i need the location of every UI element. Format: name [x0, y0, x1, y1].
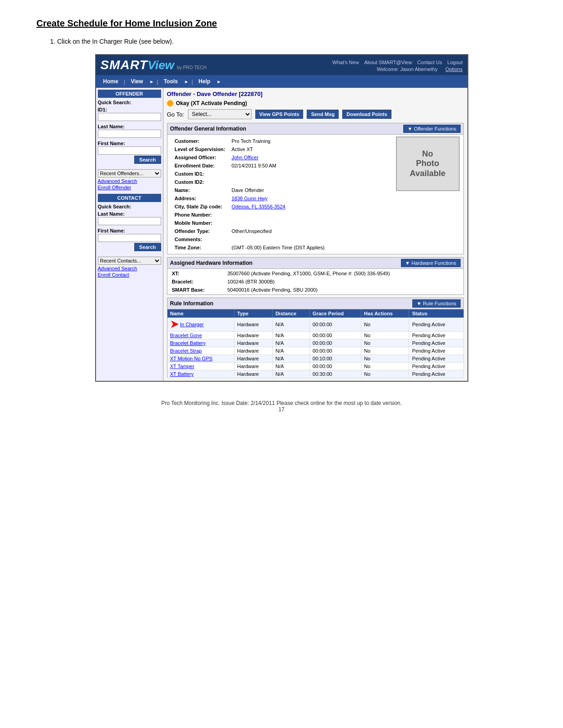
nav-home[interactable]: Home	[99, 76, 123, 86]
id1-input[interactable]	[98, 113, 161, 121]
logo-protech: by PRO TECH	[177, 65, 207, 70]
address-link[interactable]: 1838 Gunn Hwy	[232, 196, 268, 201]
table-row: City, State Zip code: Odessa, FL 33556-3…	[172, 203, 391, 210]
hw-value: 35007660 (Activate Pending, XT1000, GSM-…	[224, 270, 462, 277]
rule-status: Pending Active	[409, 347, 463, 355]
col-grace-period: Grace Period	[309, 309, 361, 318]
info-label: Offender Type:	[172, 228, 228, 235]
photo-area: NoPhotoAvailable	[396, 136, 460, 191]
first-name-input[interactable]	[98, 147, 161, 155]
rule-name-cell: ➤ In Charger	[167, 318, 234, 332]
info-label: Customer:	[172, 137, 228, 145]
rule-distance: N/A	[273, 370, 310, 378]
rule-name-link[interactable]: Bracelet Gone	[170, 333, 202, 338]
nav-arrow-3: ►	[215, 79, 223, 84]
col-status: Status	[409, 309, 463, 318]
enroll-offender-link[interactable]: Enroll Offender	[98, 185, 161, 190]
info-label: Level of Supervision:	[172, 146, 228, 153]
contact-first-name-input[interactable]	[98, 234, 161, 242]
options-link[interactable]: Options	[446, 66, 463, 72]
contact-advanced-search-link[interactable]: Advanced Search	[98, 266, 161, 271]
rule-has-actions: No	[361, 318, 409, 332]
last-name-input[interactable]	[98, 130, 161, 138]
hardware-info-title: Assigned Hardware Information	[170, 260, 253, 266]
info-value: 02/14/2011 9:50 AM	[229, 162, 391, 169]
offender-search-btn[interactable]: Search	[134, 156, 161, 164]
info-label: Mobile Number:	[172, 219, 228, 227]
about-link[interactable]: About SMART@View	[364, 60, 412, 65]
contact-link[interactable]: Contact Us	[417, 60, 442, 65]
contact-last-name-input[interactable]	[98, 217, 161, 225]
rule-has-actions: No	[361, 370, 409, 378]
app-logo: SMART View by PRO TECH	[101, 58, 207, 72]
hw-value: 50400016 (Activate Pending, SBU 2000)	[224, 286, 462, 293]
id1-label: ID1:	[98, 107, 161, 112]
offender-functions-btn[interactable]: ▼ Offender Functions	[403, 125, 460, 133]
info-label: Assigned Officer:	[172, 154, 228, 161]
send-msg-btn[interactable]: Send Msg	[307, 110, 339, 119]
recent-contacts-dropdown[interactable]: Recent Contacts...	[98, 257, 161, 265]
table-row: SMART Base: 50400016 (Activate Pending, …	[168, 286, 462, 293]
header-links: What's New About SMART@View Contact Us L…	[329, 59, 462, 72]
info-value	[229, 219, 391, 227]
rule-name-link[interactable]: XT Tamper	[170, 364, 194, 369]
rule-status: Pending Active	[409, 370, 463, 378]
rule-type: Hardware	[234, 347, 273, 355]
hardware-functions-btn[interactable]: ▼ Hardware Functions	[401, 259, 460, 267]
recent-offenders-dropdown[interactable]: Recent Offenders...	[98, 169, 161, 177]
info-left: Customer: Pro Tech Training Level of Sup…	[171, 136, 391, 252]
info-fields-table: Customer: Pro Tech Training Level of Sup…	[171, 136, 391, 252]
view-gps-btn[interactable]: View GPS Points	[255, 110, 304, 119]
rule-functions-btn[interactable]: ▼ Rule Functions	[412, 299, 460, 308]
nav-tools[interactable]: Tools	[159, 76, 183, 86]
nav-sep-1: |	[123, 78, 126, 85]
nav-help[interactable]: Help	[194, 76, 215, 86]
instruction-text: 1. Click on the In Charger Rule (see bel…	[50, 38, 527, 45]
rule-row-in-charger: ➤ In Charger Hardware N/A 00:00:00 No Pe…	[167, 318, 463, 332]
rule-name-cell: XT Battery	[167, 370, 234, 378]
rule-grace-period: 00:30:00	[309, 370, 361, 378]
officer-link[interactable]: John Officer	[232, 155, 259, 160]
whats-new-link[interactable]: What's New	[332, 60, 359, 65]
info-label: Phone Number:	[172, 211, 228, 218]
col-distance: Distance	[273, 309, 310, 318]
nav-bar: Home | View ► | Tools ► | Help ►	[96, 75, 467, 88]
rule-name-link[interactable]: XT Battery	[170, 371, 194, 377]
rule-name-link[interactable]: In Charger	[180, 322, 204, 327]
info-label: Time Zone:	[172, 244, 228, 251]
table-row: XT: 35007660 (Activate Pending, XT1000, …	[168, 270, 462, 277]
general-info-table: Customer: Pro Tech Training Level of Sup…	[167, 135, 464, 254]
goto-select[interactable]: Select...	[188, 109, 252, 119]
advanced-search-link[interactable]: Advanced Search	[98, 178, 161, 184]
rule-grace-period: 00:00:00	[309, 318, 361, 332]
nav-sep-2: |	[156, 78, 159, 85]
rule-table: Name Type Distance Grace Period Has Acti…	[167, 309, 464, 378]
hardware-info-header: Assigned Hardware Information ▼ Hardware…	[167, 257, 464, 269]
logo-smart: SMART	[101, 58, 148, 72]
nav-view[interactable]: View	[126, 76, 147, 86]
info-label: Custom ID2:	[172, 178, 228, 186]
col-has-actions: Has Actions	[361, 309, 409, 318]
rule-type: Hardware	[234, 355, 273, 363]
page-footer: Pro Tech Monitoring Inc. Issue Date: 2/1…	[36, 400, 527, 413]
nav-arrow-2: ►	[183, 79, 191, 84]
rule-name-link[interactable]: XT Motion No GPS	[170, 356, 213, 361]
download-points-btn[interactable]: Download Points	[342, 110, 391, 119]
city-state-link[interactable]: Odessa, FL 33556-3524	[232, 204, 285, 209]
app-header: SMART View by PRO TECH What's New About …	[96, 55, 467, 75]
info-label: Name:	[172, 187, 228, 194]
info-value	[229, 236, 391, 243]
info-value	[229, 178, 391, 186]
enroll-contact-link[interactable]: Enroll Contact	[98, 272, 161, 278]
first-name-label: First Name:	[98, 141, 161, 146]
contact-search-btn[interactable]: Search	[134, 243, 161, 251]
nav-sep-3: |	[191, 78, 194, 85]
rule-name-link[interactable]: Bracelet Strap	[170, 348, 202, 354]
rule-name-cell: Bracelet Battery	[167, 339, 234, 347]
table-row: Offender Type: Other/Unspecified	[172, 228, 391, 235]
logout-link[interactable]: Logout	[447, 60, 463, 65]
rule-has-actions: No	[361, 363, 409, 370]
rule-distance: N/A	[273, 347, 310, 355]
info-label: Address:	[172, 195, 228, 202]
rule-name-link[interactable]: Bracelet Battery	[170, 340, 206, 346]
